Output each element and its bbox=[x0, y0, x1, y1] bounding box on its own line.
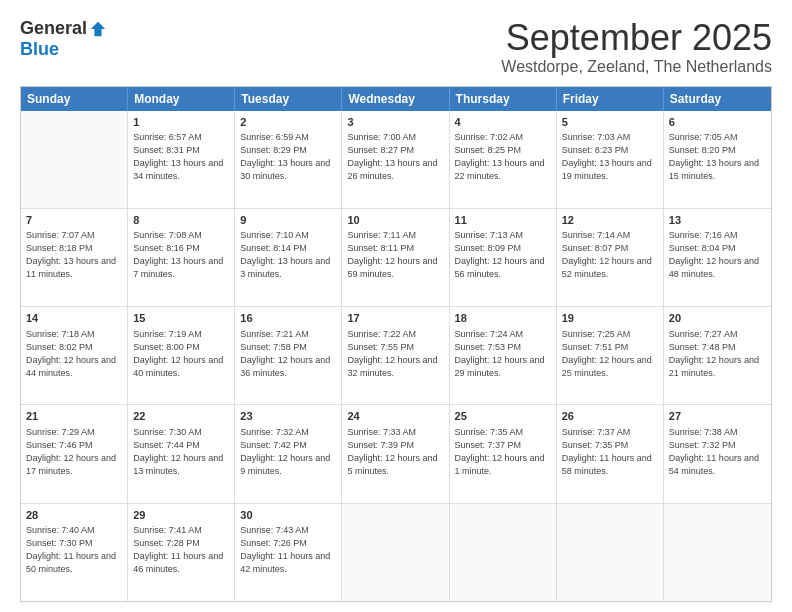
day-cell-25: 25Sunrise: 7:35 AMSunset: 7:37 PMDayligh… bbox=[450, 405, 557, 502]
day-cell-5: 5Sunrise: 7:03 AMSunset: 8:23 PMDaylight… bbox=[557, 111, 664, 208]
day-info: Sunrise: 7:29 AMSunset: 7:46 PMDaylight:… bbox=[26, 426, 122, 478]
day-number: 12 bbox=[562, 213, 658, 228]
day-cell-11: 11Sunrise: 7:13 AMSunset: 8:09 PMDayligh… bbox=[450, 209, 557, 306]
day-info: Sunrise: 7:37 AMSunset: 7:35 PMDaylight:… bbox=[562, 426, 658, 478]
day-cell-15: 15Sunrise: 7:19 AMSunset: 8:00 PMDayligh… bbox=[128, 307, 235, 404]
day-number: 13 bbox=[669, 213, 766, 228]
day-cell-7: 7Sunrise: 7:07 AMSunset: 8:18 PMDaylight… bbox=[21, 209, 128, 306]
day-cell-13: 13Sunrise: 7:16 AMSunset: 8:04 PMDayligh… bbox=[664, 209, 771, 306]
day-header-friday: Friday bbox=[557, 87, 664, 111]
day-cell-8: 8Sunrise: 7:08 AMSunset: 8:16 PMDaylight… bbox=[128, 209, 235, 306]
day-cell-16: 16Sunrise: 7:21 AMSunset: 7:58 PMDayligh… bbox=[235, 307, 342, 404]
svg-marker-0 bbox=[91, 21, 105, 35]
day-info: Sunrise: 7:10 AMSunset: 8:14 PMDaylight:… bbox=[240, 229, 336, 281]
day-info: Sunrise: 7:41 AMSunset: 7:28 PMDaylight:… bbox=[133, 524, 229, 576]
day-info: Sunrise: 7:00 AMSunset: 8:27 PMDaylight:… bbox=[347, 131, 443, 183]
day-number: 8 bbox=[133, 213, 229, 228]
day-number: 20 bbox=[669, 311, 766, 326]
header: General Blue September 2025 Westdorpe, Z… bbox=[20, 18, 772, 76]
day-cell-30: 30Sunrise: 7:43 AMSunset: 7:26 PMDayligh… bbox=[235, 504, 342, 601]
day-number: 28 bbox=[26, 508, 122, 523]
day-number: 27 bbox=[669, 409, 766, 424]
day-info: Sunrise: 7:14 AMSunset: 8:07 PMDaylight:… bbox=[562, 229, 658, 281]
day-info: Sunrise: 7:24 AMSunset: 7:53 PMDaylight:… bbox=[455, 328, 551, 380]
day-number: 11 bbox=[455, 213, 551, 228]
day-info: Sunrise: 7:25 AMSunset: 7:51 PMDaylight:… bbox=[562, 328, 658, 380]
day-info: Sunrise: 7:02 AMSunset: 8:25 PMDaylight:… bbox=[455, 131, 551, 183]
day-info: Sunrise: 7:19 AMSunset: 8:00 PMDaylight:… bbox=[133, 328, 229, 380]
day-cell-28: 28Sunrise: 7:40 AMSunset: 7:30 PMDayligh… bbox=[21, 504, 128, 601]
day-cell-10: 10Sunrise: 7:11 AMSunset: 8:11 PMDayligh… bbox=[342, 209, 449, 306]
empty-cell bbox=[557, 504, 664, 601]
day-header-sunday: Sunday bbox=[21, 87, 128, 111]
day-info: Sunrise: 7:08 AMSunset: 8:16 PMDaylight:… bbox=[133, 229, 229, 281]
day-cell-22: 22Sunrise: 7:30 AMSunset: 7:44 PMDayligh… bbox=[128, 405, 235, 502]
day-cell-14: 14Sunrise: 7:18 AMSunset: 8:02 PMDayligh… bbox=[21, 307, 128, 404]
day-number: 29 bbox=[133, 508, 229, 523]
day-cell-26: 26Sunrise: 7:37 AMSunset: 7:35 PMDayligh… bbox=[557, 405, 664, 502]
empty-cell bbox=[342, 504, 449, 601]
day-cell-27: 27Sunrise: 7:38 AMSunset: 7:32 PMDayligh… bbox=[664, 405, 771, 502]
day-info: Sunrise: 6:59 AMSunset: 8:29 PMDaylight:… bbox=[240, 131, 336, 183]
logo-general: General bbox=[20, 18, 87, 39]
day-number: 6 bbox=[669, 115, 766, 130]
day-cell-6: 6Sunrise: 7:05 AMSunset: 8:20 PMDaylight… bbox=[664, 111, 771, 208]
day-cell-2: 2Sunrise: 6:59 AMSunset: 8:29 PMDaylight… bbox=[235, 111, 342, 208]
header-right: September 2025 Westdorpe, Zeeland, The N… bbox=[501, 18, 772, 76]
day-info: Sunrise: 7:05 AMSunset: 8:20 PMDaylight:… bbox=[669, 131, 766, 183]
empty-cell bbox=[450, 504, 557, 601]
day-info: Sunrise: 7:11 AMSunset: 8:11 PMDaylight:… bbox=[347, 229, 443, 281]
month-title: September 2025 bbox=[501, 18, 772, 58]
day-number: 22 bbox=[133, 409, 229, 424]
day-number: 5 bbox=[562, 115, 658, 130]
day-number: 23 bbox=[240, 409, 336, 424]
logo-icon bbox=[89, 20, 107, 38]
page: General Blue September 2025 Westdorpe, Z… bbox=[0, 0, 792, 612]
day-number: 26 bbox=[562, 409, 658, 424]
calendar-row-5: 28Sunrise: 7:40 AMSunset: 7:30 PMDayligh… bbox=[21, 503, 771, 601]
day-info: Sunrise: 7:33 AMSunset: 7:39 PMDaylight:… bbox=[347, 426, 443, 478]
day-number: 4 bbox=[455, 115, 551, 130]
day-number: 9 bbox=[240, 213, 336, 228]
day-number: 3 bbox=[347, 115, 443, 130]
day-number: 24 bbox=[347, 409, 443, 424]
calendar-row-2: 7Sunrise: 7:07 AMSunset: 8:18 PMDaylight… bbox=[21, 208, 771, 306]
empty-cell bbox=[21, 111, 128, 208]
calendar-row-1: 1Sunrise: 6:57 AMSunset: 8:31 PMDaylight… bbox=[21, 111, 771, 208]
location: Westdorpe, Zeeland, The Netherlands bbox=[501, 58, 772, 76]
day-number: 14 bbox=[26, 311, 122, 326]
logo-blue: Blue bbox=[20, 39, 59, 60]
day-cell-23: 23Sunrise: 7:32 AMSunset: 7:42 PMDayligh… bbox=[235, 405, 342, 502]
day-info: Sunrise: 7:35 AMSunset: 7:37 PMDaylight:… bbox=[455, 426, 551, 478]
day-cell-18: 18Sunrise: 7:24 AMSunset: 7:53 PMDayligh… bbox=[450, 307, 557, 404]
day-info: Sunrise: 7:13 AMSunset: 8:09 PMDaylight:… bbox=[455, 229, 551, 281]
calendar-row-3: 14Sunrise: 7:18 AMSunset: 8:02 PMDayligh… bbox=[21, 306, 771, 404]
day-number: 19 bbox=[562, 311, 658, 326]
day-info: Sunrise: 7:16 AMSunset: 8:04 PMDaylight:… bbox=[669, 229, 766, 281]
empty-cell bbox=[664, 504, 771, 601]
day-cell-24: 24Sunrise: 7:33 AMSunset: 7:39 PMDayligh… bbox=[342, 405, 449, 502]
day-info: Sunrise: 6:57 AMSunset: 8:31 PMDaylight:… bbox=[133, 131, 229, 183]
day-number: 15 bbox=[133, 311, 229, 326]
day-info: Sunrise: 7:18 AMSunset: 8:02 PMDaylight:… bbox=[26, 328, 122, 380]
day-cell-19: 19Sunrise: 7:25 AMSunset: 7:51 PMDayligh… bbox=[557, 307, 664, 404]
day-header-thursday: Thursday bbox=[450, 87, 557, 111]
day-cell-20: 20Sunrise: 7:27 AMSunset: 7:48 PMDayligh… bbox=[664, 307, 771, 404]
calendar: SundayMondayTuesdayWednesdayThursdayFrid… bbox=[20, 86, 772, 602]
day-number: 30 bbox=[240, 508, 336, 523]
day-cell-1: 1Sunrise: 6:57 AMSunset: 8:31 PMDaylight… bbox=[128, 111, 235, 208]
calendar-header: SundayMondayTuesdayWednesdayThursdayFrid… bbox=[21, 87, 771, 111]
day-number: 18 bbox=[455, 311, 551, 326]
day-header-wednesday: Wednesday bbox=[342, 87, 449, 111]
day-cell-17: 17Sunrise: 7:22 AMSunset: 7:55 PMDayligh… bbox=[342, 307, 449, 404]
calendar-row-4: 21Sunrise: 7:29 AMSunset: 7:46 PMDayligh… bbox=[21, 404, 771, 502]
day-info: Sunrise: 7:43 AMSunset: 7:26 PMDaylight:… bbox=[240, 524, 336, 576]
day-number: 16 bbox=[240, 311, 336, 326]
day-header-saturday: Saturday bbox=[664, 87, 771, 111]
day-number: 7 bbox=[26, 213, 122, 228]
day-cell-9: 9Sunrise: 7:10 AMSunset: 8:14 PMDaylight… bbox=[235, 209, 342, 306]
day-info: Sunrise: 7:27 AMSunset: 7:48 PMDaylight:… bbox=[669, 328, 766, 380]
day-cell-21: 21Sunrise: 7:29 AMSunset: 7:46 PMDayligh… bbox=[21, 405, 128, 502]
day-info: Sunrise: 7:30 AMSunset: 7:44 PMDaylight:… bbox=[133, 426, 229, 478]
day-info: Sunrise: 7:03 AMSunset: 8:23 PMDaylight:… bbox=[562, 131, 658, 183]
